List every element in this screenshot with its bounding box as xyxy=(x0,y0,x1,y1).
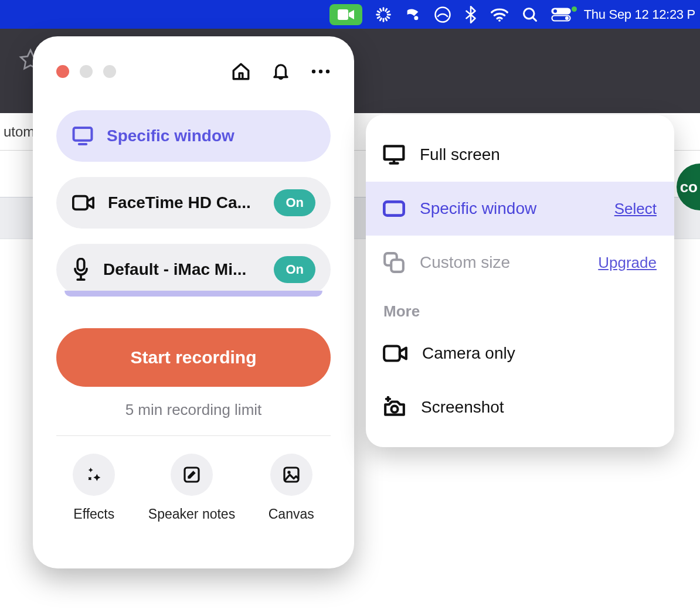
home-icon[interactable] xyxy=(231,62,251,81)
window-icon xyxy=(382,199,406,218)
note-edit-icon xyxy=(171,454,213,496)
dropdown-more-heading: More xyxy=(366,290,674,326)
option-full-screen-label: Full screen xyxy=(420,145,500,164)
speaker-notes-label: Speaker notes xyxy=(148,506,235,522)
camera-icon xyxy=(72,194,95,212)
control-center-icon[interactable] xyxy=(551,8,571,22)
capture-mode-selector[interactable]: Specific window xyxy=(56,110,331,162)
svg-point-19 xyxy=(553,9,557,13)
menubar-datetime[interactable]: Thu Sep 12 12:23 P xyxy=(584,7,695,22)
recorder-tools-row: Effects Speaker notes Canvas xyxy=(56,454,331,522)
recorder-titlebar xyxy=(56,61,331,82)
screenshot-icon xyxy=(382,396,407,418)
svg-rect-32 xyxy=(384,202,403,215)
menu-extra-icon[interactable] xyxy=(434,6,451,23)
camera-icon xyxy=(382,344,408,363)
option-custom-size[interactable]: Custom size Upgrade xyxy=(366,236,674,290)
camera-source-row[interactable]: FaceTime HD Ca... On xyxy=(56,177,331,229)
svg-point-22 xyxy=(312,70,315,73)
option-screenshot-label: Screenshot xyxy=(421,398,504,417)
camera-toggle[interactable]: On xyxy=(274,189,315,216)
svg-point-30 xyxy=(287,471,290,474)
canvas-button[interactable]: Canvas xyxy=(269,454,314,522)
app-menubar-icon[interactable] xyxy=(405,6,421,23)
window-controls xyxy=(56,65,116,78)
svg-rect-27 xyxy=(77,258,84,270)
effects-label: Effects xyxy=(73,506,114,522)
svg-rect-31 xyxy=(385,146,404,159)
svg-rect-35 xyxy=(384,346,400,360)
svg-rect-2 xyxy=(382,7,384,11)
canvas-label: Canvas xyxy=(269,506,314,522)
microphone-icon xyxy=(72,258,90,281)
bluetooth-icon[interactable] xyxy=(464,6,477,23)
option-camera-only-label: Camera only xyxy=(422,344,515,363)
recording-limit-text: 5 min recording limit xyxy=(56,401,331,436)
svg-rect-34 xyxy=(391,260,403,272)
svg-rect-11 xyxy=(376,13,380,15)
image-icon xyxy=(270,454,312,496)
recorder-panel: Specific window FaceTime HD Ca... On Def… xyxy=(33,36,354,568)
more-icon[interactable] xyxy=(311,68,331,75)
svg-rect-1 xyxy=(338,9,348,20)
option-full-screen[interactable]: Full screen xyxy=(366,128,674,182)
start-recording-label: Start recording xyxy=(130,348,256,367)
speaker-notes-button[interactable]: Speaker notes xyxy=(148,454,235,522)
svg-rect-8 xyxy=(382,18,384,22)
svg-rect-25 xyxy=(74,128,92,141)
svg-point-23 xyxy=(319,70,322,73)
bell-icon[interactable] xyxy=(271,61,291,82)
svg-point-21 xyxy=(565,16,569,20)
start-recording-button[interactable]: Start recording xyxy=(56,328,331,387)
select-window-link[interactable]: Select xyxy=(614,200,657,218)
option-camera-only[interactable]: Camera only xyxy=(366,326,674,380)
macos-menubar: Thu Sep 12 12:23 P xyxy=(0,0,700,29)
option-specific-window-label: Specific window xyxy=(420,199,536,218)
spotlight-search-icon[interactable] xyxy=(522,6,538,23)
wifi-icon[interactable] xyxy=(490,7,509,22)
sparkles-icon xyxy=(73,454,115,496)
svg-point-14 xyxy=(414,16,418,20)
zoom-window-button[interactable] xyxy=(103,65,116,78)
monitor-icon xyxy=(72,126,94,146)
option-screenshot[interactable]: Screenshot xyxy=(366,380,674,434)
svg-point-24 xyxy=(326,70,329,73)
option-specific-window[interactable]: Specific window Select xyxy=(366,182,674,236)
close-window-button[interactable] xyxy=(56,65,69,78)
svg-rect-26 xyxy=(73,196,87,210)
svg-point-36 xyxy=(391,406,397,413)
effects-button[interactable]: Effects xyxy=(73,454,115,522)
loading-icon[interactable] xyxy=(375,6,392,23)
upgrade-link[interactable]: Upgrade xyxy=(598,254,657,272)
recording-indicator[interactable] xyxy=(329,4,362,25)
svg-point-16 xyxy=(498,19,501,22)
capture-mode-dropdown: Full screen Specific window Select Custo… xyxy=(366,115,674,447)
monitor-icon xyxy=(382,144,406,165)
mic-toggle[interactable]: On xyxy=(274,256,315,283)
capture-mode-label: Specific window xyxy=(107,127,235,145)
option-custom-size-label: Custom size xyxy=(420,253,510,272)
resize-icon xyxy=(382,251,406,274)
mic-source-label: Default - iMac Mi... xyxy=(103,260,246,279)
camera-source-label: FaceTime HD Ca... xyxy=(108,193,251,212)
mic-source-row[interactable]: Default - iMac Mi... On xyxy=(56,244,331,295)
svg-rect-5 xyxy=(387,13,391,15)
minimize-window-button[interactable] xyxy=(80,65,93,78)
